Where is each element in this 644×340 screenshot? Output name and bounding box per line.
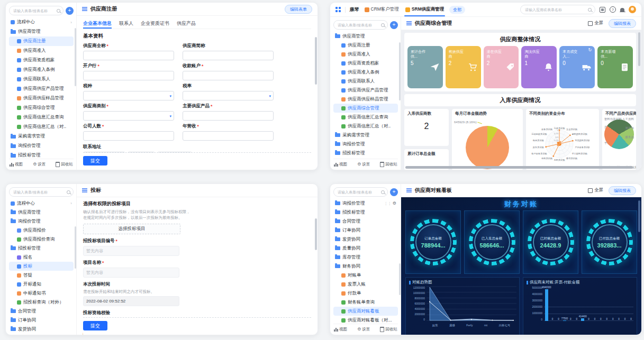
- all-apps-button[interactable]: 全部: [449, 6, 465, 14]
- search-input[interactable]: [337, 190, 380, 195]
- recycle-bin-button[interactable]: 回收站: [380, 327, 397, 332]
- sidebar-item[interactable]: 供应商信息汇总查询 ⋮⋮ ⚙ ›: [9, 113, 74, 122]
- sidebar-item[interactable]: 供应商综合管理 ⋮⋮ ⚙ ›: [9, 103, 74, 113]
- tab[interactable]: 企业资质证书: [141, 18, 169, 29]
- drag-gear-icons[interactable]: ⋮⋮ ⚙: [384, 201, 396, 206]
- stat-card-total-suppliers[interactable]: 累计合作供...5: [407, 46, 443, 88]
- horizontal-scrollbar[interactable]: [405, 166, 633, 169]
- sidebar-item[interactable]: 供应商联系人 ›: [333, 77, 398, 86]
- sidebar-item[interactable]: 供应商信息汇总（对.. ⋮⋮ ⚙ ›: [9, 122, 74, 132]
- sidebar-item[interactable]: 质量协同 ⋮⋮ ⚙: [333, 244, 398, 253]
- tab-srm[interactable]: SRM供应商管理: [404, 3, 445, 16]
- sidebar-item[interactable]: 询报价管理 ⋮⋮ ⚙ ›: [9, 141, 74, 151]
- sidebar-search-input[interactable]: [9, 6, 64, 15]
- refresh-icon[interactable]: ↻: [588, 48, 592, 52]
- sidebar-item[interactable]: 招投标管理 ›: [9, 244, 74, 253]
- sidebar-item[interactable]: 流程中心 ⋮⋮ ⚙ ›: [9, 17, 74, 27]
- edit-report-button[interactable]: 编辑报表: [609, 19, 636, 28]
- stat-card-valid-suppliers[interactable]: 有效供应商2: [446, 46, 481, 88]
- recycle-bin-button[interactable]: 回收站: [56, 162, 73, 167]
- sidebar-item[interactable]: 投标 ›: [9, 262, 74, 271]
- sidebar-item[interactable]: 中标通知书 ›: [9, 289, 74, 298]
- sidebar-item[interactable]: 财务协同 ⋮⋮ ⚙: [333, 262, 398, 271]
- sidebar-scrollbar[interactable]: [75, 28, 76, 86]
- text-input[interactable]: ▾: [83, 111, 174, 121]
- sidebar-search-input[interactable]: [9, 187, 74, 197]
- sidebar-item[interactable]: 供应商准入条例 ›: [333, 68, 398, 77]
- fullscreen-button[interactable]: 全屏: [588, 187, 603, 194]
- sidebar-item[interactable]: 库存管理 ⋮⋮ ⚙: [333, 253, 398, 262]
- sidebar-item[interactable]: 供应商资质档案 ›: [333, 59, 398, 68]
- sidebar-scrollbar[interactable]: [75, 226, 76, 269]
- menu-icon[interactable]: [406, 21, 412, 25]
- views-button[interactable]: 视图: [334, 162, 347, 167]
- text-input[interactable]: ▾: [183, 51, 274, 60]
- sidebar-item[interactable]: 询报价管理 ›: [9, 217, 74, 226]
- sidebar-item[interactable]: 供应商报价 ›: [9, 226, 74, 235]
- sidebar-search-input[interactable]: [333, 20, 388, 30]
- global-search[interactable]: [520, 5, 595, 14]
- choose-project-button[interactable]: 选择投标项目: [83, 224, 180, 234]
- settings-button[interactable]: ⚙设置: [357, 162, 370, 167]
- content-scrollbar[interactable]: [315, 218, 317, 250]
- sidebar-item[interactable]: 供应商综合管理 ›: [333, 104, 398, 113]
- search-input[interactable]: [12, 190, 66, 195]
- sidebar-item[interactable]: 询报价管理 ›: [333, 140, 398, 149]
- sidebar-item[interactable]: 采购需求管理 ›: [333, 131, 398, 140]
- search-input[interactable]: [12, 8, 56, 13]
- sidebar-item[interactable]: 流程中心 ›: [9, 199, 74, 208]
- sidebar-item[interactable]: 供应商注册 ⋮⋮ ⚙ ›: [9, 36, 74, 46]
- sidebar-item[interactable]: 供应商联系人 ⋮⋮ ⚙ ›: [9, 75, 74, 84]
- sidebar-item[interactable]: 招投标查询（对外） ›: [9, 298, 74, 307]
- pie-chart-monthly-orders[interactable]: 每月订单金额趋势 645929 (8.16%): [452, 109, 523, 170]
- recycle-bin-button[interactable]: 回收站: [380, 162, 397, 167]
- bar-chart-card[interactable]: 供应商未对账:开票-付款金额 5000000400000030000002000…: [523, 277, 637, 335]
- settings-button[interactable]: ⚙设置: [33, 162, 46, 167]
- gauge-card[interactable]: 已对账总金额 24428.9: [523, 210, 578, 274]
- sidebar-scrollbar[interactable]: [399, 42, 401, 100]
- text-input[interactable]: ▾: [183, 131, 274, 141]
- tab[interactable]: 供应产品: [177, 18, 196, 29]
- sidebar-item[interactable]: 合同管理 ›: [9, 307, 74, 316]
- empty-input[interactable]: 暂无内容: [83, 268, 179, 278]
- sidebar-item[interactable]: 对账单 ⋮⋮ ⚙: [333, 271, 398, 280]
- workbench-icon[interactable]: [600, 7, 605, 13]
- workspace-name[interactable]: 康琴: [350, 6, 359, 13]
- tab-crm[interactable]: CRM客户管理: [364, 3, 400, 16]
- sidebar-item[interactable]: 订单协同 ›: [9, 316, 74, 325]
- stat-card-month-deals[interactable]: ↻ 本月成交入...0: [559, 46, 595, 88]
- sidebar-item[interactable]: 供应商资质档案 ⋮⋮ ⚙ ›: [9, 56, 74, 65]
- sidebar-item[interactable]: 供应商供应产品管理 ›: [333, 86, 398, 95]
- sidebar-item[interactable]: 发货协同 ›: [9, 325, 74, 334]
- text-input[interactable]: ▾: [83, 51, 174, 60]
- sidebar-item[interactable]: 采购需求管理 ⋮⋮ ⚙ ›: [9, 132, 74, 141]
- apps-grid-icon[interactable]: [335, 7, 341, 12]
- gauge-card[interactable]: 订单总金额 788944...: [405, 210, 461, 274]
- text-input[interactable]: ▾: [83, 91, 174, 100]
- sidebar-item[interactable]: 供应商管理 ›: [333, 32, 398, 41]
- sidebar-item[interactable]: 答疑 ›: [9, 271, 74, 280]
- fullscreen-button[interactable]: 全屏: [588, 20, 603, 26]
- vertical-scrollbar[interactable]: [638, 32, 640, 66]
- sidebar-item[interactable]: 发票入账 ⋮⋮ ⚙: [333, 280, 398, 289]
- radar-chart-category-funds[interactable]: 不同类别的资金分布 马具类采购五金类采购塑料原料类采购化学原料类采购户外设备类采…: [526, 109, 599, 170]
- sidebar-item[interactable]: 财务账单查询 ⋮⋮ ⚙: [333, 298, 398, 307]
- edit-form-button[interactable]: 编辑表单: [285, 5, 312, 14]
- sidebar-item[interactable]: 供应商信息汇总（对.. ›: [333, 122, 398, 131]
- sidebar-item[interactable]: 供应商对账看板 ⋮⋮ ⚙: [333, 307, 398, 316]
- sidebar-item[interactable]: 报名 ›: [9, 253, 74, 262]
- empty-input[interactable]: 暂无内容: [83, 246, 179, 256]
- settings-button[interactable]: ⚙设置: [357, 327, 370, 332]
- tab[interactable]: 企业基本信息: [83, 18, 112, 29]
- sidebar-item[interactable]: 供应商管理 ⋮⋮ ⚙ ›: [9, 27, 74, 36]
- submit-button[interactable]: 提交: [83, 321, 107, 330]
- sidebar-item[interactable]: 供应商准入 ›: [333, 50, 398, 59]
- sidebar-item[interactable]: 询报价管理 ⋮⋮ ⚙: [333, 199, 398, 208]
- menu-icon[interactable]: [82, 7, 87, 11]
- menu-icon[interactable]: [82, 188, 87, 192]
- trend-chart-card[interactable]: 对账趋势图 1200000010000000800000060000004000…: [405, 277, 520, 335]
- text-input[interactable]: ▾: [183, 71, 274, 80]
- text-input[interactable]: ▾: [83, 71, 174, 80]
- bell-icon[interactable]: [620, 8, 624, 12]
- sidebar-item[interactable]: 供应商报价查询 ›: [9, 235, 74, 244]
